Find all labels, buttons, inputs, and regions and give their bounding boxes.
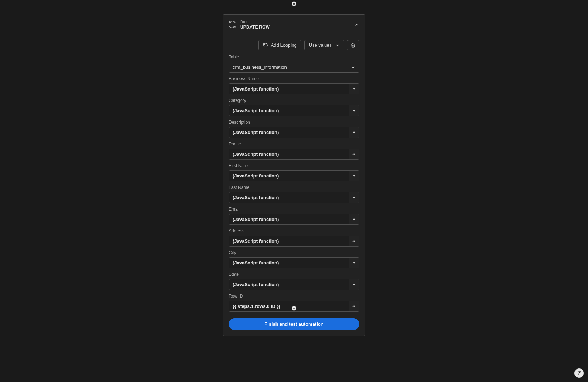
panel-header[interactable]: Do this: UPDATE ROW — [223, 15, 365, 35]
field-input-row: (JavaScript function) — [229, 149, 359, 160]
lightning-icon[interactable] — [349, 192, 359, 203]
add-looping-label: Add Looping — [271, 42, 297, 48]
svg-rect-1 — [293, 3, 295, 4]
field-label: Phone — [229, 141, 359, 146]
field-group: Category(JavaScript function) — [229, 98, 359, 116]
field-group: Email(JavaScript function) — [229, 207, 359, 225]
field-group: City(JavaScript function) — [229, 250, 359, 268]
field-label: Last Name — [229, 185, 359, 190]
table-label: Table — [229, 55, 359, 60]
lightning-icon[interactable] — [349, 149, 359, 159]
svg-rect-2 — [293, 4, 295, 5]
table-selected-value: crm_business_information — [233, 64, 287, 70]
field-input[interactable]: (JavaScript function) — [229, 84, 349, 94]
refresh-icon — [229, 21, 236, 28]
field-input-row: (JavaScript function) — [229, 236, 359, 247]
help-label: ? — [577, 370, 581, 376]
lightning-icon[interactable] — [349, 301, 359, 311]
connector-line-top — [294, 6, 294, 14]
field-input[interactable]: (JavaScript function) — [229, 171, 349, 181]
field-input[interactable]: (JavaScript function) — [229, 258, 349, 268]
svg-rect-5 — [293, 308, 295, 308]
field-label: First Name — [229, 163, 359, 168]
field-group: Address(JavaScript function) — [229, 228, 359, 247]
field-input[interactable]: (JavaScript function) — [229, 214, 349, 224]
use-values-label: Use values — [309, 42, 332, 48]
field-group: Phone(JavaScript function) — [229, 141, 359, 160]
help-button[interactable]: ? — [574, 368, 584, 378]
lightning-icon[interactable] — [349, 105, 359, 116]
lightning-icon[interactable] — [349, 236, 359, 246]
field-input-row: (JavaScript function) — [229, 105, 359, 116]
add-step-button[interactable] — [292, 306, 296, 311]
automation-step-panel: Do this: UPDATE ROW Add Looping — [223, 14, 365, 336]
field-table: Table crm_business_information — [229, 55, 359, 73]
field-input-row: (JavaScript function) — [229, 214, 359, 225]
field-group: State(JavaScript function) — [229, 272, 359, 290]
field-label: Category — [229, 98, 359, 103]
lightning-icon[interactable] — [349, 214, 359, 224]
field-label: Address — [229, 228, 359, 233]
lightning-icon[interactable] — [349, 127, 359, 138]
field-input[interactable]: (JavaScript function) — [229, 279, 349, 290]
field-label: State — [229, 272, 359, 277]
lightning-icon[interactable] — [349, 258, 359, 268]
field-input[interactable]: (JavaScript function) — [229, 236, 349, 246]
chevron-up-icon — [354, 22, 359, 27]
panel-header-titles: Do this: UPDATE ROW — [240, 20, 350, 30]
field-input[interactable]: (JavaScript function) — [229, 149, 349, 159]
field-input[interactable]: (JavaScript function) — [229, 192, 349, 203]
field-input-row: (JavaScript function) — [229, 257, 359, 268]
add-looping-button[interactable]: Add Looping — [258, 40, 301, 50]
field-input-row: (JavaScript function) — [229, 170, 359, 181]
finish-and-test-label: Finish and test automation — [264, 321, 323, 327]
field-input-row: (JavaScript function) — [229, 127, 359, 138]
panel-body: Add Looping Use values — [223, 35, 365, 336]
field-input[interactable]: {{ steps.1.rows.0.ID }} — [229, 301, 349, 311]
panel-toolbar: Add Looping Use values — [229, 40, 359, 50]
field-label: Email — [229, 207, 359, 212]
field-group: Business Name(JavaScript function) — [229, 76, 359, 94]
field-group: First Name(JavaScript function) — [229, 163, 359, 181]
use-values-button[interactable]: Use values — [304, 40, 344, 50]
table-select[interactable]: crm_business_information — [229, 62, 359, 73]
delete-step-button[interactable] — [347, 40, 359, 50]
field-input-row: (JavaScript function) — [229, 83, 359, 94]
field-group: Description(JavaScript function) — [229, 120, 359, 138]
field-label: City — [229, 250, 359, 255]
lightning-icon[interactable] — [349, 279, 359, 290]
field-input[interactable]: (JavaScript function) — [229, 105, 349, 116]
chevron-down-icon — [351, 65, 355, 69]
field-input[interactable]: (JavaScript function) — [229, 127, 349, 138]
lightning-icon[interactable] — [349, 171, 359, 181]
chevron-down-icon — [335, 43, 340, 47]
panel-pretitle: Do this: — [240, 20, 350, 24]
field-label: Description — [229, 120, 359, 125]
field-input-row: (JavaScript function) — [229, 192, 359, 203]
finish-and-test-button[interactable]: Finish and test automation — [229, 318, 359, 330]
field-input-row: (JavaScript function) — [229, 279, 359, 290]
lightning-icon[interactable] — [349, 84, 359, 94]
field-group: Last Name(JavaScript function) — [229, 185, 359, 203]
trash-icon — [351, 43, 356, 48]
loop-icon — [263, 43, 268, 48]
panel-title: UPDATE ROW — [240, 25, 350, 30]
field-label: Business Name — [229, 76, 359, 81]
connector-line-bottom — [294, 298, 294, 306]
